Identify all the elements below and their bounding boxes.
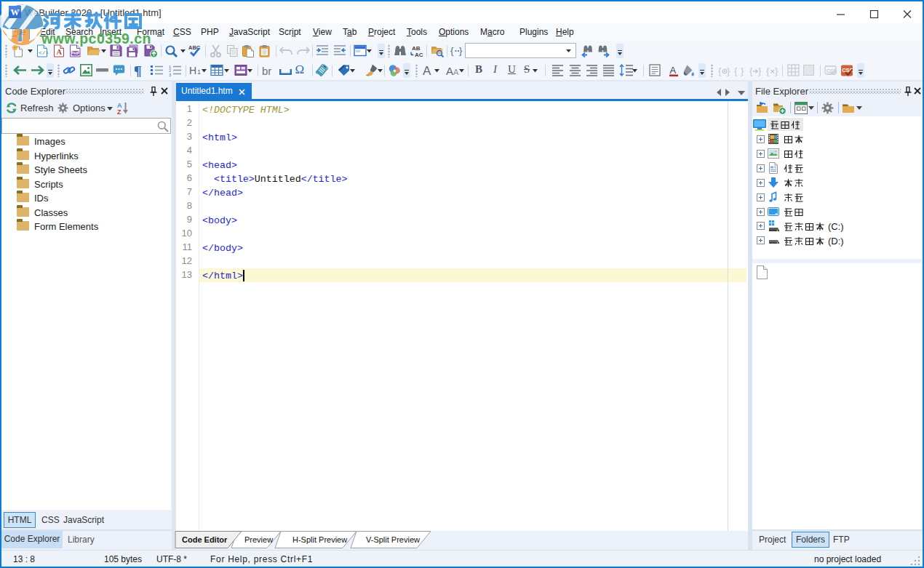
svg-text:}: } (775, 65, 778, 76)
svg-text:{: { (718, 65, 722, 76)
svg-text:}: } (758, 65, 762, 76)
svg-text:</>: </> (39, 49, 48, 56)
svg-text:A: A (453, 68, 459, 76)
svg-text:V-Split Preview: V-Split Preview (366, 535, 420, 544)
svg-text:br: br (262, 65, 271, 77)
svg-text:H-Split Preview: H-Split Preview (292, 535, 347, 544)
svg-text:A: A (423, 64, 431, 77)
svg-text:}: } (741, 65, 744, 76)
svg-text:}: } (459, 45, 463, 56)
svg-text:{: { (450, 45, 454, 56)
svg-text:{: { (749, 65, 753, 76)
svg-text:A: A (446, 65, 453, 77)
svg-text:{: { (734, 65, 738, 76)
svg-text:A: A (670, 65, 677, 76)
svg-text:Code Editor: Code Editor (182, 535, 228, 544)
svg-text:PHP: PHP (71, 51, 80, 55)
svg-text:Ω: Ω (295, 63, 305, 76)
svg-text:{: { (766, 65, 770, 76)
svg-text:}: } (727, 65, 730, 76)
svg-text:AC: AC (415, 52, 423, 58)
svg-text:Z: Z (117, 108, 122, 115)
svg-text:1: 1 (197, 68, 201, 76)
svg-text:¶: ¶ (135, 64, 142, 77)
svg-text:3: 3 (169, 73, 171, 77)
svg-text:W: W (11, 7, 20, 17)
svg-text:H: H (189, 65, 196, 76)
svg-text:Preview: Preview (244, 535, 273, 544)
svg-text:A: A (57, 48, 63, 56)
